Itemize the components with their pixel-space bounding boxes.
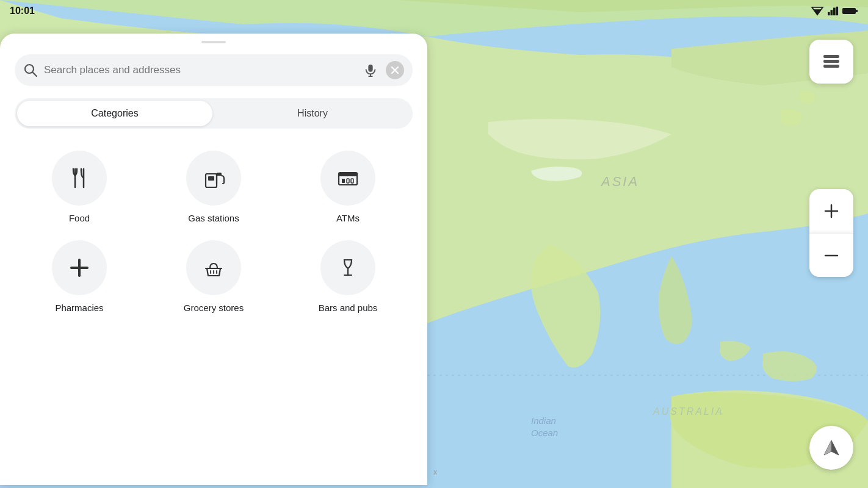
minus-icon [823, 247, 840, 264]
gas-stations-label: Gas stations [188, 213, 239, 223]
atm-icon [335, 165, 361, 191]
zoom-out-button[interactable] [809, 233, 853, 277]
svg-text:x: x [433, 468, 437, 476]
svg-rect-45 [823, 65, 839, 68]
svg-text:Indian: Indian [531, 415, 556, 426]
svg-rect-34 [347, 179, 349, 183]
category-atms[interactable]: ATMs [283, 146, 413, 228]
plus-icon [823, 203, 840, 220]
svg-rect-44 [823, 60, 839, 63]
drag-handle[interactable] [201, 41, 226, 43]
grocery-icon [201, 255, 226, 281]
svg-text:ASIA: ASIA [600, 174, 639, 189]
search-icon [23, 63, 38, 77]
food-icon-circle [52, 151, 107, 206]
tab-categories[interactable]: Categories [17, 101, 212, 126]
close-button[interactable] [386, 61, 404, 79]
svg-rect-32 [339, 173, 357, 176]
mic-icon [364, 63, 377, 77]
grocery-stores-label: Grocery stores [184, 303, 244, 313]
location-arrow-icon [822, 438, 841, 458]
search-input[interactable] [44, 64, 355, 76]
layers-button-wrap [809, 40, 853, 84]
my-location-button[interactable] [809, 426, 853, 470]
svg-rect-43 [823, 55, 839, 58]
gas-station-icon [201, 165, 226, 191]
layers-button[interactable] [809, 40, 853, 84]
category-food[interactable]: Food [15, 146, 144, 228]
svg-text:AUSTRALIA: AUSTRALIA [653, 406, 724, 417]
gas-stations-icon-circle [186, 151, 241, 206]
close-icon [391, 66, 399, 74]
svg-rect-33 [342, 179, 345, 183]
atms-label: ATMs [336, 213, 360, 223]
search-bar[interactable] [15, 54, 413, 86]
svg-rect-29 [217, 173, 222, 176]
mic-button[interactable] [361, 61, 380, 79]
bars-pubs-icon-circle [320, 240, 375, 295]
category-pharmacies[interactable]: Pharmacies [15, 235, 144, 318]
food-label: Food [69, 213, 90, 223]
category-grocery-stores[interactable]: Grocery stores [149, 235, 278, 318]
svg-rect-28 [208, 176, 214, 181]
layers-icon [821, 51, 842, 72]
pharmacies-icon-circle [52, 240, 107, 295]
svg-rect-19 [368, 65, 372, 72]
pharmacy-icon [67, 255, 92, 281]
atms-icon-circle [320, 151, 375, 206]
food-icon [67, 165, 92, 191]
bars-pubs-label: Bars and pubs [319, 303, 378, 313]
tab-history[interactable]: History [215, 101, 410, 126]
search-panel: Categories History Food [0, 34, 427, 485]
zoom-controls [809, 189, 853, 277]
category-bars-pubs[interactable]: Bars and pubs [283, 235, 413, 318]
svg-rect-35 [351, 179, 353, 183]
grocery-stores-icon-circle [186, 240, 241, 295]
bars-icon [335, 255, 361, 281]
svg-text:Ocean: Ocean [531, 428, 558, 438]
category-gas-stations[interactable]: Gas stations [149, 146, 278, 228]
category-grid: Food Gas stations [15, 146, 413, 318]
zoom-in-button[interactable] [809, 189, 853, 233]
pharmacies-label: Pharmacies [55, 303, 103, 313]
svg-line-18 [33, 73, 37, 77]
tab-bar: Categories History [15, 98, 413, 129]
